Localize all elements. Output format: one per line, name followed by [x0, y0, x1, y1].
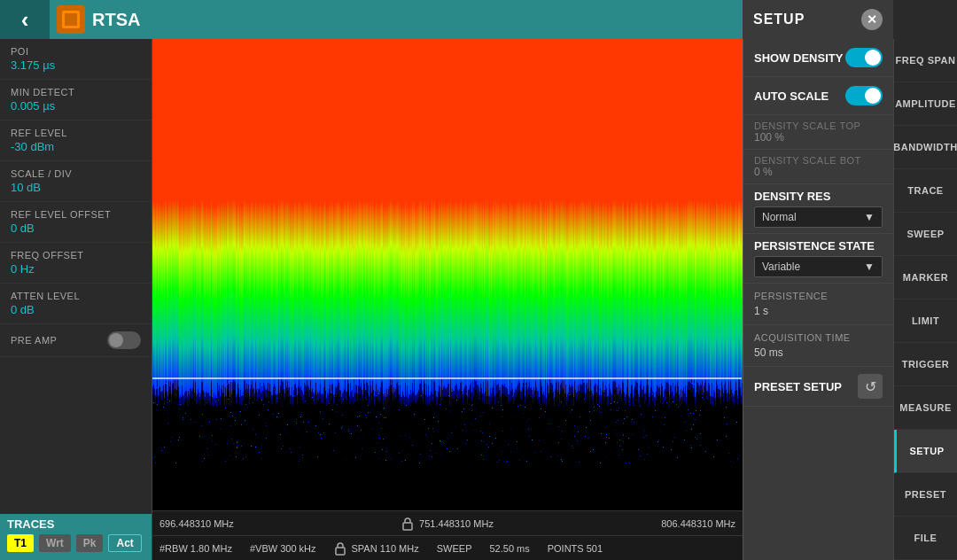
show-density-label: SHOW DENSITY: [754, 51, 843, 65]
poi-label: POI: [11, 46, 141, 57]
trace-button-act[interactable]: Act: [108, 534, 141, 552]
vbw-label: #VBW 300 kHz: [250, 543, 316, 554]
setup-close-button[interactable]: ✕: [861, 9, 883, 30]
poi-value: 3.175 µs: [11, 58, 141, 72]
ref-level-offset-value: 0 dB: [11, 222, 141, 235]
setup-panel: SHOW DENSITY AUTO SCALE DENSITY SCALE TO…: [743, 39, 893, 560]
auto-scale-toggle[interactable]: [845, 86, 883, 105]
spectrum-canvas: [152, 39, 743, 510]
rbw-label: #RBW 1.80 MHz: [160, 543, 232, 554]
right-menu-item-trace[interactable]: TRACE: [894, 169, 957, 213]
density-res-dropdown[interactable]: Normal ▼: [754, 206, 883, 228]
sidebar-item-poi[interactable]: POI 3.175 µs: [0, 39, 152, 80]
scale-div-label: SCALE / DIV: [11, 168, 141, 179]
sidebar-item-ref-level[interactable]: REF LEVEL -30 dBm: [0, 121, 152, 161]
points-label: POINTS 501: [548, 543, 603, 554]
right-menu-item-setup[interactable]: SETUP: [894, 430, 957, 473]
density-scale-top-label: DENSITY SCALE TOP: [754, 121, 883, 131]
svg-rect-1: [336, 548, 345, 555]
right-menu-item-marker[interactable]: MARKER: [894, 256, 957, 299]
acquisition-time-label: ACQUISITION TIME: [754, 332, 883, 343]
chart-bottom-bar: #RBW 1.80 MHz #VBW 300 kHz SPAN 110 MHz …: [152, 535, 743, 560]
pre-amp-label: PRE AMP: [11, 335, 57, 346]
right-menu: FREQ SPAN AMPLITUDE BANDWIDTH TRACE SWEE…: [893, 39, 957, 560]
right-menu-item-amplitude[interactable]: AMPLITUDE: [894, 82, 957, 126]
persistence-row[interactable]: PERSISTENCE 1 s: [743, 284, 893, 325]
show-density-row: SHOW DENSITY: [743, 39, 893, 77]
freq-offset-value: 0 Hz: [11, 262, 141, 276]
chart-container: -30.00 -40.00 -50.00 -60.00 -70.00 -80.0…: [152, 39, 743, 510]
density-scale-top-row[interactable]: DENSITY SCALE TOP 100 %: [743, 115, 893, 150]
right-menu-header-spacer: [893, 0, 957, 39]
persistence-state-chevron: ▼: [864, 261, 875, 273]
pre-amp-toggle-knob: [109, 333, 123, 347]
sweep-label: SWEEP: [437, 543, 472, 554]
traces-label: TRACES: [7, 517, 144, 531]
right-menu-item-sweep[interactable]: SWEEP: [894, 213, 957, 256]
right-menu-item-trigger[interactable]: TRIGGER: [894, 343, 957, 386]
right-menu-item-measure[interactable]: MEASURE: [894, 386, 957, 430]
left-sidebar: POI 3.175 µs MIN DETECT 0.005 µs REF LEV…: [0, 39, 152, 560]
app-header: ‹ RTSA SETUP ✕: [0, 0, 957, 39]
lock-icon-span: [334, 541, 346, 556]
density-res-label: DENSITY RES: [754, 190, 883, 203]
min-detect-value: 0.005 µs: [11, 99, 141, 113]
sweep-value: 52.50 ms: [489, 543, 529, 554]
right-menu-item-file[interactable]: FILE: [894, 517, 957, 560]
show-density-knob: [865, 50, 881, 66]
sidebar-item-min-detect[interactable]: MIN DETECT 0.005 µs: [0, 80, 152, 121]
right-menu-item-bandwidth[interactable]: BANDWIDTH: [894, 126, 957, 169]
back-arrow-icon: ‹: [21, 6, 29, 34]
sidebar-item-pre-amp[interactable]: PRE AMP: [0, 324, 152, 357]
trace-button-pk[interactable]: Pk: [76, 534, 104, 552]
freq-center: 751.448310 MHz: [419, 518, 494, 529]
traces-buttons: T1 Wrt Pk Act: [7, 534, 144, 552]
right-menu-item-limit[interactable]: LIMIT: [894, 299, 957, 343]
lock-icon-center: [401, 517, 414, 531]
main-content: POI 3.175 µs MIN DETECT 0.005 µs REF LEV…: [0, 39, 957, 560]
persistence-state-value: Variable: [762, 261, 800, 273]
ref-level-value: -30 dBm: [11, 140, 141, 153]
persistence-value: 1 s: [754, 305, 883, 317]
right-menu-item-preset[interactable]: PRESET: [894, 473, 957, 517]
setup-panel-header: SETUP ✕: [743, 0, 893, 39]
right-menu-item-freq-span[interactable]: FREQ SPAN: [894, 39, 957, 82]
persistence-label: PERSISTENCE: [754, 291, 883, 301]
density-scale-top-value: 100 %: [754, 131, 883, 144]
sidebar-items: POI 3.175 µs MIN DETECT 0.005 µs REF LEV…: [0, 39, 152, 514]
setup-panel-title: SETUP: [753, 12, 805, 27]
app-icon-inner: [62, 11, 80, 28]
back-button[interactable]: ‹: [0, 0, 50, 39]
svg-rect-0: [403, 523, 412, 530]
scale-div-value: 10 dB: [11, 181, 141, 194]
freq-offset-label: FREQ OFFSET: [11, 250, 141, 261]
persistence-state-row: PERSISTENCE STATE Variable ▼: [743, 234, 893, 284]
show-density-toggle[interactable]: [845, 48, 883, 67]
app-title: RTSA: [92, 10, 743, 30]
auto-scale-knob: [865, 88, 881, 104]
preset-setup-reset-button[interactable]: ↺: [858, 374, 883, 399]
auto-scale-row: AUTO SCALE: [743, 77, 893, 115]
sidebar-item-atten-level[interactable]: ATTEN LEVEL 0 dB: [0, 284, 152, 324]
acquisition-time-value: 50 ms: [754, 346, 883, 359]
ref-level-offset-label: REF LEVEL OFFSET: [11, 209, 141, 220]
persistence-state-dropdown[interactable]: Variable ▼: [754, 256, 883, 277]
persistence-state-label: PERSISTENCE STATE: [754, 239, 883, 253]
sidebar-item-scale-div[interactable]: SCALE / DIV 10 dB: [0, 161, 152, 202]
chart-footer: 696.448310 MHz 751.448310 MHz 806.448310…: [152, 510, 743, 535]
pre-amp-toggle[interactable]: [107, 331, 141, 349]
trace-button-wrt[interactable]: Wrt: [39, 534, 71, 552]
density-scale-bot-row[interactable]: DENSITY SCALE BOT 0 %: [743, 150, 893, 184]
atten-level-value: 0 dB: [11, 303, 141, 316]
acquisition-time-row[interactable]: ACQUISITION TIME 50 ms: [743, 325, 893, 367]
density-scale-bot-label: DENSITY SCALE BOT: [754, 155, 883, 166]
sidebar-item-freq-offset[interactable]: FREQ OFFSET 0 Hz: [0, 243, 152, 284]
trace-button-t1[interactable]: T1: [7, 534, 34, 552]
sidebar-item-ref-level-offset[interactable]: REF LEVEL OFFSET 0 dB: [0, 202, 152, 243]
preset-setup-row: PRESET SETUP ↺: [743, 367, 893, 407]
preset-setup-label: PRESET SETUP: [754, 380, 842, 393]
density-res-value: Normal: [762, 211, 797, 223]
auto-scale-label: AUTO SCALE: [754, 89, 829, 103]
chart-area: -30.00 -40.00 -50.00 -60.00 -70.00 -80.0…: [152, 39, 743, 560]
freq-left: 696.448310 MHz: [160, 518, 234, 529]
